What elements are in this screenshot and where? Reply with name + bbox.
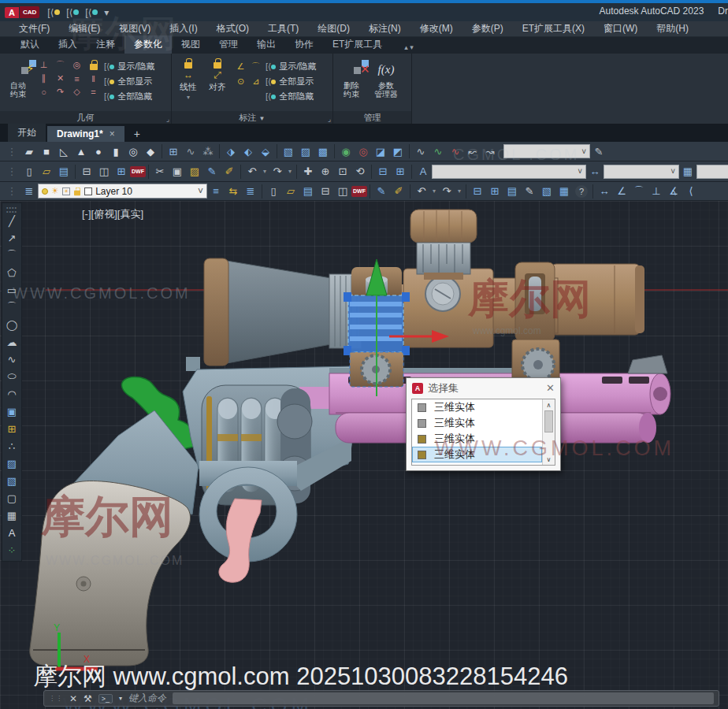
slice-tool[interactable]: ◪ [372,143,389,159]
menu-item-11[interactable]: ET扩展工具(X) [513,22,594,35]
close-icon[interactable]: ✕ [546,382,555,394]
dim-diameter-constraint[interactable]: ⊙ [233,74,248,89]
ribbon-tab-插入[interactable]: 插入 [49,35,87,54]
intersect-tool[interactable]: ⬙ [257,143,274,159]
dim-style-icon[interactable]: ↔ [586,164,604,180]
scope-eyepiece[interactable] [227,261,331,363]
spline-remove-vertex-tool[interactable]: ∿ [447,143,464,159]
union-tool[interactable]: ⬗ [222,143,240,159]
ellipse-tool[interactable]: ⬭ [3,368,20,385]
hatch-tool[interactable]: ▨ [3,455,20,472]
construction-line-tool[interactable]: ↗ [3,229,20,247]
dim-linear-button[interactable]: ↔ [596,184,613,199]
cylinder-tool[interactable]: ▮ [107,143,124,159]
dim-angular-button[interactable]: ∡ [665,184,682,199]
line-tool[interactable]: ╱ [3,212,20,229]
rear-sight[interactable] [186,357,200,371]
pyramid-tool[interactable]: ◆ [142,143,159,159]
point-cloud-attach-tool[interactable]: ∿ [182,143,199,159]
ribbon-tab-参数化[interactable]: 参数化 [124,35,172,54]
constraint-symmetric[interactable]: ↷ [52,85,69,98]
spline-add-vertex-tool[interactable]: ∿ [429,143,447,159]
menu-item-9[interactable]: 修改(M) [410,22,462,35]
3d-align-tool[interactable]: ◉ [337,143,355,159]
toggle-全部隐藏[interactable]: [⟨全部隐藏 [266,89,316,104]
delete-constraints-button[interactable]: ✕ 删除 约束 [336,56,366,98]
layer-translate-button[interactable]: ≣ [242,184,259,199]
ribbon-collapse-button[interactable]: ▴ ▾ [399,41,418,54]
properties-palette-button[interactable]: ⊟ [374,164,392,180]
dialog-title-bar[interactable]: A 选择集 ✕ [407,378,560,398]
layer-previous-button[interactable]: ⇆ [225,184,242,199]
dim-linear-constraint-button[interactable]: ↔ 线性 ▾ [175,56,202,101]
redo-button[interactable]: ↷ [438,184,455,199]
circle-tool[interactable]: ◯ [3,316,20,333]
named-views-dropdown[interactable]: ˅ [503,144,590,158]
panel-label-manage[interactable]: 管理 [333,111,411,124]
menu-item-12[interactable]: 窗口(W) [594,22,647,35]
layer-thaw-icon[interactable]: ☀ [51,186,59,196]
viewport-3d-model[interactable]: Y X [0,201,728,709]
extrude-tool[interactable]: ▧ [280,143,297,159]
print-button[interactable]: ⊟ [317,184,334,199]
scroll-up-icon[interactable]: ∧ [543,399,555,410]
blend-curves-tool[interactable]: ✎ [590,143,607,159]
wrench-icon[interactable]: ⚒ [84,693,92,704]
constraint-fix[interactable] [85,58,102,72]
edit-block-button[interactable]: ✐ [221,164,238,180]
menu-item-10[interactable]: 参数(P) [462,22,513,35]
spline-convert-tool[interactable]: ↜ [464,143,481,159]
sheet-set-button[interactable]: ▤ [503,184,521,199]
constraint-perpendicular[interactable]: ⊥ [35,58,52,72]
properties-palette-button[interactable]: ⊟ [469,184,486,199]
menu-item-8[interactable]: 标注(N) [359,22,410,35]
constraint-equal[interactable]: = [85,85,102,98]
qat-constraint-display-2[interactable]: [⟨ [66,7,79,18]
open-button[interactable]: ▱ [38,164,55,180]
markup-button[interactable]: ✎ [521,184,538,199]
layer-on-icon[interactable] [42,188,48,195]
save-button[interactable]: ▤ [55,164,72,180]
pan-tool[interactable]: ✚ [299,164,317,180]
layer-unlock-icon[interactable] [74,191,80,195]
scrollbar[interactable]: ∧ ∨ [542,399,555,465]
open-button[interactable]: ▱ [282,184,299,199]
match-properties-button[interactable]: ✎ [373,184,390,199]
scrollbar-track[interactable] [543,432,555,454]
dim-aligned-button[interactable]: ∠ [613,184,630,199]
viewport-freeze-icon[interactable]: ☀ [62,187,70,195]
tab-drawing1[interactable]: Drawing1*× [47,126,124,142]
scroll-down-icon[interactable]: ∨ [543,454,555,465]
constraint-parallel[interactable]: ∥ [35,72,52,85]
model-revolver[interactable] [30,355,670,666]
mtext-tool[interactable]: A [3,524,20,541]
panel-launcher-icon[interactable]: ⌟ [166,115,169,123]
layer-dropdown[interactable]: ☀ ☀ Layer 10 ˅ [38,184,207,199]
toggle-显示/隐藏[interactable]: [⟨显示/隐藏 [104,59,154,74]
ribbon-tab-输出[interactable]: 输出 [247,35,285,54]
scope-objective-tube[interactable] [552,264,640,335]
polyline-tool[interactable]: ⌒ [3,247,20,264]
toggle-全部显示[interactable]: [⟨全部显示 [266,74,316,89]
zoom-previous-tool[interactable]: ⟲ [351,164,369,180]
tool-palettes-button[interactable]: ⊞ [486,184,503,199]
command-input[interactable]: 键入命令 [128,692,166,705]
dim-radius-button[interactable]: ⟨ [682,184,700,199]
menu-item-2[interactable]: 编辑(E) [59,22,110,35]
point-cloud-manage-tool[interactable]: ⁂ [199,143,217,159]
menu-item-3[interactable]: 视图(V) [110,22,160,35]
redo-button[interactable]: ↷ [269,164,286,180]
toolbar-grip[interactable]: •••••••• [6,206,17,212]
parameters-manager-button[interactable]: f(x) 参数 管理器 [369,56,403,98]
designcenter-button[interactable]: ⊞ [392,164,409,180]
constraint-horizontal[interactable]: ≡ [69,72,85,85]
group-tool[interactable]: ⊞ [165,143,182,159]
dim-arc-button[interactable]: ⌒ [630,184,648,199]
constraint-vertical[interactable]: ‖ [85,72,102,85]
menu-item-4[interactable]: 插入(I) [160,22,206,35]
new-button[interactable]: ▯ [20,164,38,180]
model-scope[interactable] [204,210,644,385]
zoom-realtime-tool[interactable]: ⊕ [317,164,334,180]
scrollbar-thumb[interactable] [544,410,553,432]
copy-button[interactable]: ▣ [169,164,186,180]
